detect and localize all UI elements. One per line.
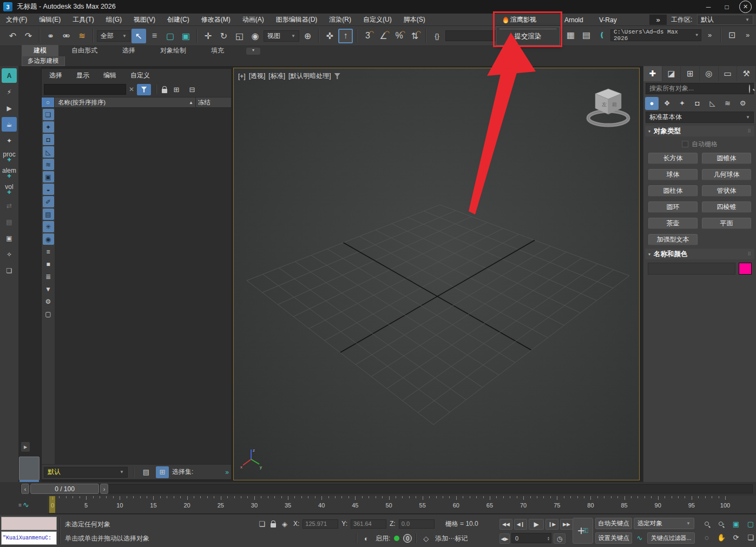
keyboard-override-icon[interactable]: ↑ [338, 29, 353, 43]
motion-tab[interactable]: ◎ [700, 66, 719, 81]
object-type-button[interactable]: 圆柱体 [648, 185, 698, 197]
zoom-all-icon[interactable]: ▪ [714, 517, 728, 530]
menu-item[interactable]: 修改器(M) [195, 14, 236, 26]
proc-create-icon[interactable]: proc✚ [2, 149, 17, 164]
ribbon-collapse-button[interactable]: ▾ [246, 48, 260, 55]
select-link-icon[interactable]: ⚭ [43, 29, 58, 43]
mini-curve-icon[interactable]: ∿ [23, 500, 29, 509]
bind-spacewarp-icon[interactable]: ≋ [75, 29, 89, 43]
object-type-button[interactable]: 管状体 [702, 185, 751, 197]
explorer-menu-item[interactable]: 编辑 [103, 71, 116, 80]
display-all-toggle[interactable]: ○ [42, 97, 55, 107]
explorer-menu-item[interactable]: 选择 [49, 71, 62, 80]
menu-item-vray[interactable]: V-Ray [593, 14, 623, 26]
menu-item[interactable]: 文件(F) [0, 14, 33, 26]
menu-item[interactable]: 工具(T) [67, 14, 100, 26]
spinner-snap-icon[interactable]: ⇅◠ [407, 29, 422, 43]
script-quickrun-icon[interactable]: ⚡ [2, 84, 17, 99]
menu-overflow-button[interactable]: » [649, 15, 667, 25]
set-keys-button[interactable]: +⚿ [573, 518, 593, 544]
object-type-button[interactable]: 圆环 [648, 201, 698, 213]
add-time-tag-label[interactable]: 添加⋯标记 [435, 534, 468, 543]
utilities-tab[interactable]: ⚒ [737, 66, 756, 81]
curve-editor-icon[interactable]: ≡ [18, 502, 22, 508]
object-type-button[interactable]: 平面 [702, 218, 751, 229]
menu-item-arnold[interactable]: Arnold [558, 14, 589, 26]
adaptive-zero-button[interactable]: 0 [403, 534, 412, 543]
set-key-button[interactable]: 设置关键点 [595, 532, 632, 544]
undo-icon[interactable]: ↶ [5, 29, 20, 43]
menu-item[interactable]: 创建(C) [161, 14, 195, 26]
display-cameras-icon[interactable]: ◘ [43, 134, 54, 145]
current-frame-marker[interactable] [49, 496, 55, 513]
viewport-menu-general[interactable]: [+] [238, 73, 246, 80]
toolbar-overflow2-icon[interactable]: » [740, 28, 755, 42]
select-place-icon[interactable]: ◉ [248, 29, 262, 43]
y-coordinate-field[interactable]: 361.64 [351, 519, 386, 529]
select-by-name-icon[interactable]: ≡ [147, 29, 162, 43]
object-name-field[interactable] [648, 263, 735, 275]
lights-category-icon[interactable]: ✦ [675, 97, 689, 110]
timeline-ruler[interactable]: 0510152025303540455055606570758085909510… [0, 496, 756, 514]
absolute-mode-icon[interactable]: ◈ [279, 519, 290, 529]
pan-view-icon[interactable]: ✋ [714, 531, 728, 544]
coordinate-system-dropdown[interactable]: 视图▼ [264, 30, 299, 42]
lock-icon[interactable] [162, 89, 167, 93]
hierarchy-view-icon[interactable]: ⊞ [156, 466, 169, 478]
time-slider-track[interactable] [21, 484, 753, 493]
select-manipulate-icon[interactable]: ✜ [323, 29, 337, 43]
object-type-button[interactable]: 四棱锥 [702, 201, 751, 213]
viewport-menu-pov[interactable]: [透视] [249, 71, 266, 81]
zoom-extents-all-icon[interactable]: ▢ [744, 517, 756, 530]
menu-item[interactable]: 动画(A) [236, 14, 270, 26]
lights-select-icon[interactable]: ✧ [2, 247, 17, 262]
object-type-button[interactable]: 几何球体 [702, 169, 751, 180]
object-type-button[interactable]: 茶壶 [648, 218, 698, 229]
filter-config-icon[interactable]: ⚙ [43, 296, 54, 307]
menu-item-renying[interactable]: 渲鹰影视 [499, 14, 541, 26]
ribbon-tab[interactable]: 建模 [22, 45, 58, 56]
display-groups-icon[interactable]: ▣ [43, 171, 54, 183]
time-tag-cube-icon[interactable]: ◇ [420, 533, 431, 543]
submit-render-menu-item[interactable]: 提交渲染 [496, 30, 560, 41]
key-mode-toggle-icon[interactable]: ◀▶ [499, 533, 510, 544]
snap-toggle-3d-icon[interactable]: 3◠ [360, 29, 375, 43]
view-thumbnail-icon[interactable]: ■ [43, 258, 54, 270]
viewport-menu-shading[interactable]: [默认明暗处理] [288, 71, 331, 81]
menu-item[interactable]: 自定义(U) [357, 14, 398, 26]
menu-item[interactable]: 渲染(R) [323, 14, 357, 26]
listener-script-row[interactable]: "KuaiXuanmenuC: [1, 531, 57, 545]
keyable-icon[interactable]: ∿ [634, 532, 646, 544]
select-move-icon[interactable]: ✛ [201, 29, 215, 43]
object-type-rollout-header[interactable]: ▾ 对象类型 ⠿ [645, 126, 754, 136]
menu-item[interactable]: 编辑(E) [33, 14, 67, 26]
next-frame-button[interactable]: › [100, 484, 108, 494]
cameras-category-icon[interactable]: ◘ [691, 97, 704, 110]
display-geometry-icon[interactable]: ❏ [43, 109, 54, 120]
render-teapot-icon[interactable]: ☕ [2, 117, 17, 132]
redo-icon[interactable]: ↷ [21, 29, 36, 43]
isolate-selection-icon[interactable]: ❏ [257, 519, 267, 529]
angle-snap-icon[interactable]: ∠◠ [376, 29, 391, 43]
frozen-column-header[interactable]: 冻结 [195, 97, 231, 107]
project-folder-dropdown[interactable]: C:\Users\Ad⋯ds Max 2026▼ [610, 29, 701, 41]
light-lister-icon[interactable]: ✦ [2, 133, 17, 148]
object-color-swatch[interactable] [739, 263, 752, 275]
scene-explorer-toggle-icon[interactable]: ▦ [563, 28, 578, 42]
ribbon-tab[interactable]: 自由形式 [60, 45, 109, 56]
toolbar-overflow-icon[interactable]: » [702, 28, 717, 42]
viewport-layout-tab[interactable] [19, 457, 40, 480]
render-frames-icon[interactable]: ▣ [2, 231, 17, 245]
degradation-shield-icon[interactable]: ◐ [361, 533, 372, 543]
window-crossing-icon[interactable]: ▣ [179, 29, 193, 43]
alembic-create-icon[interactable]: alem✚ [2, 166, 17, 180]
menu-item[interactable]: 组(G) [100, 14, 128, 26]
selection-region-icon[interactable]: ▢ [163, 29, 178, 43]
display-materials-icon[interactable]: ▤ [43, 209, 54, 220]
systems-category-icon[interactable]: ⚙ [736, 97, 750, 110]
shapes-category-icon[interactable]: ❖ [660, 97, 674, 110]
percent-snap-icon[interactable]: %◠ [392, 29, 406, 43]
play-animation-icon[interactable]: ▶ [529, 519, 544, 530]
display-spacewarps-icon[interactable]: ≋ [43, 159, 54, 170]
ribbon-toggle-icon[interactable]: ❪ [595, 28, 609, 42]
